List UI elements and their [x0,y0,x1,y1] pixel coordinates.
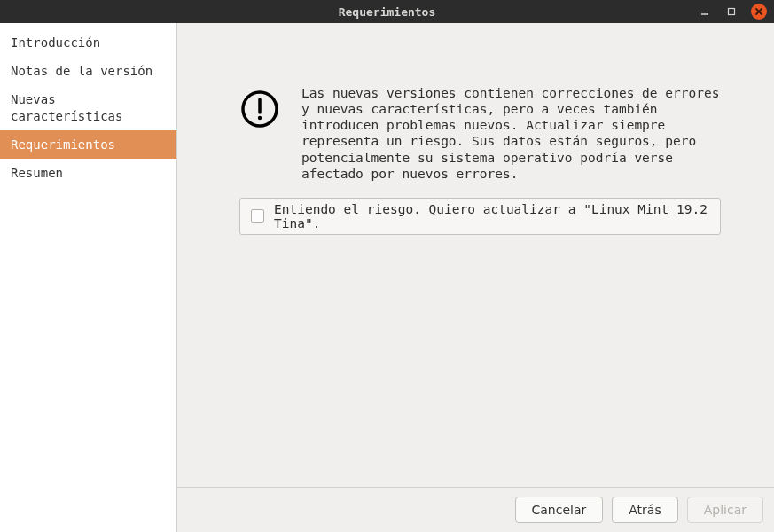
close-icon[interactable] [751,4,767,20]
sidebar-item-introduccion[interactable]: Introducción [0,28,176,57]
svg-rect-1 [729,9,735,15]
sidebar-item-nuevas[interactable]: Nuevas características [0,85,176,129]
understand-risk-row[interactable]: Entiendo el riesgo. Quiero actualizar a … [239,198,721,235]
warning-row: Las nuevas versiones contienen correccio… [239,85,721,182]
svg-point-6 [258,116,262,120]
understand-risk-checkbox[interactable] [251,209,264,223]
sidebar-item-label: Requerimientos [11,137,115,152]
cancel-button[interactable]: Cancelar [515,497,604,523]
sidebar-item-notas[interactable]: Notas de la versión [0,57,176,85]
content-main: Las nuevas versiones contienen correccio… [177,23,774,487]
warning-text: Las nuevas versiones contienen correccio… [301,85,721,182]
minimize-icon[interactable] [698,4,712,19]
window-body: Introducción Notas de la versión Nuevas … [0,23,774,532]
window-title: Requerimientos [0,5,774,19]
understand-risk-label: Entiendo el riesgo. Quiero actualizar a … [274,202,713,231]
sidebar: Introducción Notas de la versión Nuevas … [0,23,177,532]
sidebar-item-label: Introducción [11,35,100,50]
maximize-icon[interactable] [724,4,739,19]
sidebar-item-label: Resumen [11,166,63,180]
sidebar-item-label: Nuevas características [11,92,122,122]
footer: Cancelar Atrás Aplicar [177,487,774,532]
titlebar: Requerimientos [0,0,774,23]
sidebar-item-label: Notas de la versión [11,64,152,78]
apply-button[interactable]: Aplicar [687,497,763,523]
window-controls [698,4,774,20]
sidebar-item-resumen[interactable]: Resumen [0,159,176,187]
warning-icon [239,89,280,132]
back-button[interactable]: Atrás [612,497,677,523]
sidebar-item-requerimientos[interactable]: Requerimientos [0,130,176,159]
content-area: Las nuevas versiones contienen correccio… [177,23,774,532]
